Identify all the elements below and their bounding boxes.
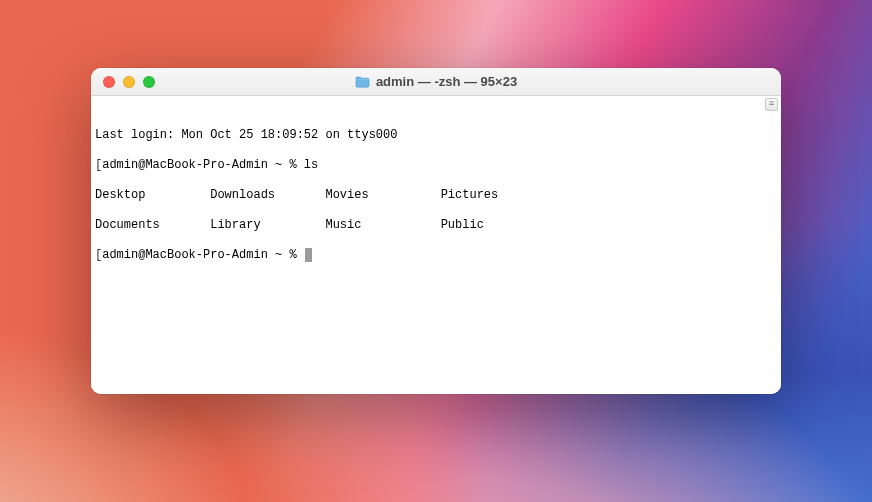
prompt-line-1: [admin@MacBook-Pro-Admin ~ % ls xyxy=(95,158,777,173)
prompt-text: admin@MacBook-Pro-Admin ~ % xyxy=(102,158,304,172)
home-folder-icon xyxy=(355,76,370,88)
window-title-text: admin — -zsh — 95×23 xyxy=(376,74,517,89)
scrollbar[interactable] xyxy=(765,96,780,394)
window-titlebar[interactable]: admin — -zsh — 95×23 xyxy=(91,68,781,96)
zoom-icon[interactable] xyxy=(143,76,155,88)
scroll-indicator-icon[interactable] xyxy=(765,98,778,111)
cursor-icon xyxy=(305,248,312,262)
prompt-line-2: [admin@MacBook-Pro-Admin ~ % xyxy=(95,248,777,263)
prompt-text: admin@MacBook-Pro-Admin ~ % xyxy=(102,248,304,262)
ls-output-row-1: Desktop Downloads Movies Pictures xyxy=(95,188,777,203)
traffic-lights xyxy=(91,76,155,88)
command-text: ls xyxy=(304,158,318,172)
terminal-viewport[interactable]: Last login: Mon Oct 25 18:09:52 on ttys0… xyxy=(91,96,781,394)
terminal-window: admin — -zsh — 95×23 Last login: Mon Oct… xyxy=(91,68,781,394)
last-login-line: Last login: Mon Oct 25 18:09:52 on ttys0… xyxy=(95,128,777,143)
window-title: admin — -zsh — 95×23 xyxy=(91,74,781,89)
minimize-icon[interactable] xyxy=(123,76,135,88)
close-icon[interactable] xyxy=(103,76,115,88)
ls-output-row-2: Documents Library Music Public xyxy=(95,218,777,233)
